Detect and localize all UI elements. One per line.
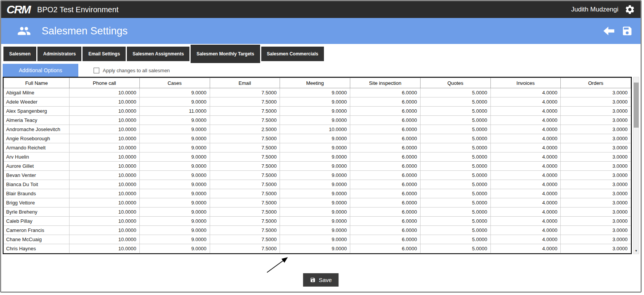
target-value-cell[interactable]: 10.0000	[280, 125, 350, 134]
target-value-cell[interactable]: 10.0000	[70, 198, 140, 207]
target-value-cell[interactable]: 4.0000	[490, 180, 561, 189]
target-value-cell[interactable]: 9.0000	[280, 217, 350, 226]
target-value-cell[interactable]: 6.0000	[350, 97, 421, 107]
target-value-cell[interactable]: 4.0000	[490, 107, 561, 116]
target-value-cell[interactable]: 3.0000	[561, 107, 631, 116]
target-value-cell[interactable]: 4.0000	[490, 143, 561, 152]
target-value-cell[interactable]: 5.0000	[420, 180, 490, 189]
target-value-cell[interactable]: 9.0000	[280, 134, 350, 143]
target-value-cell[interactable]: 4.0000	[490, 125, 561, 134]
target-value-cell[interactable]: 9.0000	[139, 189, 210, 198]
target-value-cell[interactable]: 9.0000	[139, 143, 210, 152]
target-value-cell[interactable]: 9.0000	[139, 235, 210, 244]
target-value-cell[interactable]: 5.0000	[420, 107, 490, 116]
target-value-cell[interactable]: 9.0000	[280, 152, 350, 162]
target-value-cell[interactable]: 11.0000	[139, 107, 210, 116]
target-value-cell[interactable]: 9.0000	[139, 226, 210, 235]
target-value-cell[interactable]: 9.0000	[139, 162, 210, 171]
target-value-cell[interactable]: 10.0000	[70, 88, 140, 97]
target-value-cell[interactable]: 7.5000	[210, 162, 280, 171]
target-value-cell[interactable]: 3.0000	[561, 162, 631, 171]
table-scrollbar[interactable]: ▼	[633, 77, 639, 254]
save-icon[interactable]	[621, 25, 633, 37]
target-value-cell[interactable]: 6.0000	[350, 125, 421, 134]
target-value-cell[interactable]: 6.0000	[350, 116, 421, 125]
target-value-cell[interactable]: 10.0000	[70, 125, 140, 134]
target-value-cell[interactable]: 9.0000	[139, 180, 210, 189]
target-value-cell[interactable]: 7.5000	[210, 143, 280, 152]
target-value-cell[interactable]: 9.0000	[139, 134, 210, 143]
target-value-cell[interactable]: 9.0000	[139, 97, 210, 107]
target-value-cell[interactable]: 4.0000	[490, 171, 561, 180]
target-value-cell[interactable]: 6.0000	[350, 143, 421, 152]
target-value-cell[interactable]: 4.0000	[490, 198, 561, 207]
gear-icon[interactable]	[625, 4, 635, 15]
target-value-cell[interactable]: 9.0000	[139, 152, 210, 162]
target-value-cell[interactable]: 4.0000	[490, 97, 561, 107]
target-value-cell[interactable]: 3.0000	[561, 198, 631, 207]
target-value-cell[interactable]: 3.0000	[561, 125, 631, 134]
target-value-cell[interactable]: 6.0000	[350, 244, 421, 253]
target-value-cell[interactable]: 10.0000	[70, 217, 140, 226]
save-button[interactable]: Save	[303, 273, 338, 287]
target-value-cell[interactable]: 9.0000	[280, 107, 350, 116]
target-value-cell[interactable]: 6.0000	[350, 217, 421, 226]
target-value-cell[interactable]: 9.0000	[139, 207, 210, 217]
target-value-cell[interactable]: 9.0000	[280, 88, 350, 97]
target-value-cell[interactable]: 3.0000	[561, 226, 631, 235]
target-value-cell[interactable]: 4.0000	[490, 217, 561, 226]
target-value-cell[interactable]: 5.0000	[420, 189, 490, 198]
target-value-cell[interactable]: 6.0000	[350, 107, 421, 116]
target-value-cell[interactable]: 5.0000	[420, 152, 490, 162]
target-value-cell[interactable]: 10.0000	[70, 152, 140, 162]
tab-administrators[interactable]: Administrators	[37, 47, 81, 61]
target-value-cell[interactable]: 3.0000	[561, 189, 631, 198]
target-value-cell[interactable]: 7.5000	[210, 189, 280, 198]
target-value-cell[interactable]: 9.0000	[280, 180, 350, 189]
target-value-cell[interactable]: 9.0000	[139, 88, 210, 97]
target-value-cell[interactable]: 9.0000	[280, 97, 350, 107]
target-value-cell[interactable]: 10.0000	[70, 235, 140, 244]
scrollbar-down-button[interactable]: ▼	[634, 248, 639, 254]
target-value-cell[interactable]: 3.0000	[561, 116, 631, 125]
target-value-cell[interactable]: 9.0000	[280, 189, 350, 198]
target-value-cell[interactable]: 10.0000	[70, 244, 140, 253]
target-value-cell[interactable]: 9.0000	[280, 162, 350, 171]
target-value-cell[interactable]: 4.0000	[490, 226, 561, 235]
target-value-cell[interactable]: 10.0000	[70, 116, 140, 125]
target-value-cell[interactable]: 3.0000	[561, 134, 631, 143]
target-value-cell[interactable]: 9.0000	[139, 116, 210, 125]
target-value-cell[interactable]: 4.0000	[490, 88, 561, 97]
target-value-cell[interactable]: 7.5000	[210, 198, 280, 207]
target-value-cell[interactable]: 4.0000	[490, 235, 561, 244]
target-value-cell[interactable]: 9.0000	[139, 125, 210, 134]
target-value-cell[interactable]: 9.0000	[280, 226, 350, 235]
target-value-cell[interactable]: 7.5000	[210, 171, 280, 180]
target-value-cell[interactable]: 10.0000	[70, 171, 140, 180]
target-value-cell[interactable]: 6.0000	[350, 88, 421, 97]
target-value-cell[interactable]: 5.0000	[420, 97, 490, 107]
target-value-cell[interactable]: 5.0000	[420, 125, 490, 134]
apply-all-checkbox[interactable]	[94, 68, 99, 73]
target-value-cell[interactable]: 6.0000	[350, 207, 421, 217]
target-value-cell[interactable]: 6.0000	[350, 226, 421, 235]
target-value-cell[interactable]: 6.0000	[350, 162, 421, 171]
target-value-cell[interactable]: 2.5000	[210, 125, 280, 134]
target-value-cell[interactable]: 9.0000	[139, 244, 210, 253]
target-value-cell[interactable]: 9.0000	[280, 207, 350, 217]
target-value-cell[interactable]: 5.0000	[420, 244, 490, 253]
target-value-cell[interactable]: 3.0000	[561, 217, 631, 226]
target-value-cell[interactable]: 5.0000	[420, 116, 490, 125]
target-value-cell[interactable]: 7.5000	[210, 134, 280, 143]
target-value-cell[interactable]: 4.0000	[490, 152, 561, 162]
target-value-cell[interactable]: 6.0000	[350, 134, 421, 143]
tab-salesmen-commercials[interactable]: Salesmen Commercials	[261, 47, 324, 61]
target-value-cell[interactable]: 9.0000	[280, 244, 350, 253]
target-value-cell[interactable]: 10.0000	[70, 189, 140, 198]
back-icon[interactable]	[602, 24, 615, 37]
target-value-cell[interactable]: 5.0000	[420, 171, 490, 180]
target-value-cell[interactable]: 4.0000	[490, 116, 561, 125]
target-value-cell[interactable]: 5.0000	[420, 217, 490, 226]
target-value-cell[interactable]: 4.0000	[490, 244, 561, 253]
tab-salesmen-monthly-targets[interactable]: Salesmen Monthly Targets	[191, 45, 260, 63]
